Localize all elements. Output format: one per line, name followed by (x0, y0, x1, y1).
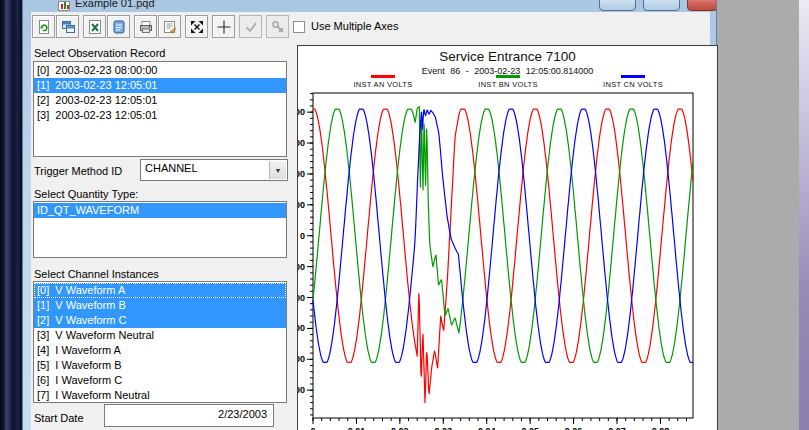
list-item[interactable]: [7] I Waveform Neutral (34, 388, 286, 403)
export-excel-icon (87, 19, 103, 35)
zoom-full-extent-icon (189, 19, 205, 35)
client-area: Use Multiple Axes Select Observation Rec… (31, 12, 710, 430)
check-button[interactable] (239, 15, 262, 38)
list-item[interactable]: [1] V Waveform B (34, 298, 286, 313)
start-date-label: Start Date (34, 412, 84, 424)
desktop-background-left (0, 0, 22, 430)
waveform-plot[interactable]: 4003002001000-100-200-300-400-50000.010.… (298, 46, 718, 430)
trigger-method-combobox[interactable]: CHANNEL ▼ (140, 159, 288, 181)
desktop-background-edge (799, 0, 809, 430)
quantity-type-list[interactable]: ID_QT_WAVEFORM (33, 201, 287, 258)
toolbar: Use Multiple Axes (31, 12, 710, 43)
svg-text:0.01: 0.01 (348, 426, 366, 430)
list-item[interactable]: [2] 2003-02-23 12:05:01 (34, 93, 286, 108)
close-button[interactable] (687, 0, 716, 11)
list-item[interactable]: [5] I Waveform B (34, 358, 286, 373)
notes-icon (111, 19, 127, 35)
observation-record-label: Select Observation Record (34, 47, 165, 59)
desktop-background-right (717, 0, 799, 430)
svg-text:0.06: 0.06 (565, 426, 583, 430)
print-button[interactable] (134, 15, 157, 38)
chart-panel: Service Entrance 7100 Event 86 - 2003-02… (297, 45, 718, 430)
properties-icon (162, 19, 178, 35)
trigger-method-value: CHANNEL (145, 162, 198, 174)
list-item[interactable]: [4] I Waveform A (34, 343, 286, 358)
svg-text:0: 0 (300, 231, 305, 241)
use-multiple-axes-label: Use Multiple Axes (311, 20, 398, 32)
start-date-input[interactable]: 2/23/2003 (104, 404, 274, 427)
svg-text:0.05: 0.05 (521, 426, 539, 430)
svg-text:-100: -100 (298, 262, 305, 272)
crosshair-icon (216, 19, 232, 35)
minimize-button[interactable] (599, 0, 636, 11)
maximize-button[interactable] (643, 0, 680, 11)
svg-text:0.04: 0.04 (478, 426, 496, 430)
svg-text:-300: -300 (298, 323, 305, 333)
observation-record-list[interactable]: [0] 2003-02-23 08:00:00[1] 2003-02-23 12… (33, 61, 287, 157)
window-title: Example 01.pqd (75, 0, 155, 9)
list-item[interactable]: ID_QT_WAVEFORM (34, 203, 286, 218)
cascade-windows-button[interactable] (56, 15, 79, 38)
svg-text:0: 0 (310, 426, 315, 430)
cascade-windows-icon (60, 19, 76, 35)
svg-text:400: 400 (298, 107, 305, 117)
svg-text:100: 100 (298, 200, 305, 210)
list-item[interactable]: [0] 2003-02-23 08:00:00 (34, 63, 286, 78)
tools-icon (270, 19, 286, 35)
svg-text:-200: -200 (298, 293, 305, 303)
svg-text:-400: -400 (298, 354, 305, 364)
svg-text:0.07: 0.07 (608, 426, 626, 430)
print-icon (138, 19, 154, 35)
combo-dropdown-button[interactable]: ▼ (269, 161, 286, 179)
quantity-type-label: Select Quantity Type: (34, 188, 138, 200)
trigger-method-label: Trigger Method ID (34, 165, 122, 177)
list-item[interactable]: [6] I Waveform C (34, 373, 286, 388)
screen: Example 01.pqd (0, 0, 809, 430)
crosshair-button[interactable] (212, 15, 235, 38)
channel-instances-label: Select Channel Instances (34, 268, 159, 280)
svg-text:200: 200 (298, 169, 305, 179)
titlebar[interactable]: Example 01.pqd (23, 0, 716, 12)
svg-text:0.08: 0.08 (652, 426, 670, 430)
svg-text:-500: -500 (298, 385, 305, 395)
list-item[interactable]: [3] 2003-02-23 12:05:01 (34, 108, 286, 123)
export-excel-button[interactable] (83, 15, 106, 38)
app-window: Example 01.pqd (22, 0, 717, 430)
channel-instances-list[interactable]: [0] V Waveform A[1] V Waveform B[2] V Wa… (33, 281, 287, 403)
list-item[interactable]: [0] V Waveform A (34, 283, 286, 298)
svg-text:0.02: 0.02 (391, 426, 409, 430)
app-icon (58, 1, 70, 11)
use-multiple-axes-checkbox[interactable] (293, 21, 305, 33)
chevron-down-icon: ▼ (275, 167, 282, 174)
svg-text:300: 300 (298, 138, 305, 148)
refresh-report-button[interactable] (32, 15, 55, 38)
check-icon (243, 19, 259, 35)
list-item[interactable]: [2] V Waveform C (34, 313, 286, 328)
properties-button[interactable] (158, 15, 181, 38)
svg-text:0.03: 0.03 (435, 426, 453, 430)
refresh-report-icon (36, 19, 52, 35)
list-item[interactable]: [1] 2003-02-23 12:05:01 (34, 78, 286, 93)
notes-button[interactable] (107, 15, 130, 38)
list-item[interactable]: [3] V Waveform Neutral (34, 328, 286, 343)
tools-button[interactable] (266, 15, 289, 38)
zoom-full-extent-button[interactable] (185, 15, 208, 38)
